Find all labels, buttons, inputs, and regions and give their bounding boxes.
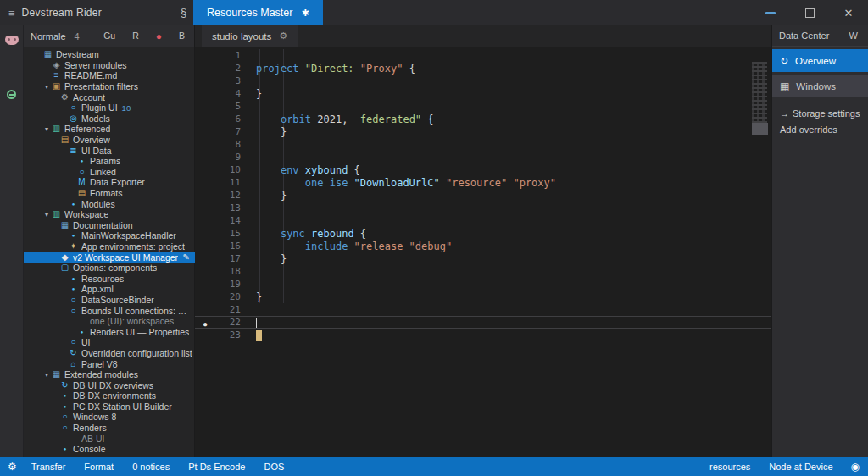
explorer-toolbar-button[interactable]: ● bbox=[153, 30, 164, 43]
tree-item[interactable]: ○DataSourceBinder bbox=[24, 295, 195, 306]
tree-item[interactable]: ↻DB UI DX overviews bbox=[24, 379, 195, 390]
chevron-down-icon[interactable]: ▾ bbox=[42, 371, 51, 379]
code-line[interactable]: 6 orbit 2021,__federated" { bbox=[195, 113, 771, 125]
status-item[interactable]: Format bbox=[75, 462, 123, 472]
code-line[interactable]: 11 one ise "DownloadUrlC" "resource" "pr… bbox=[195, 176, 771, 189]
section-icon[interactable]: § bbox=[181, 6, 186, 19]
tree-item[interactable]: ▦Documentation bbox=[24, 220, 195, 231]
tree-item[interactable]: ●Renders UI — Properties bbox=[24, 326, 195, 337]
explorer-toolbar-button[interactable]: Gu bbox=[101, 30, 118, 43]
tree-item[interactable]: ▾▥Referenced bbox=[24, 124, 195, 135]
panel-item-windows[interactable]: ▦Windows bbox=[772, 75, 868, 97]
tree-item[interactable]: ▦Devstream bbox=[24, 49, 195, 60]
panel-link[interactable]: →Storage settings bbox=[772, 104, 868, 120]
status-ok-icon[interactable] bbox=[7, 90, 16, 99]
tree-item[interactable]: ○Bounds UI connections: Windows bbox=[24, 305, 195, 316]
tab-studio-layouts[interactable]: studio layouts ⚙ bbox=[202, 25, 298, 47]
code-line[interactable]: 16 include "release "debug" bbox=[195, 240, 771, 252]
shield-icon: ◈ bbox=[51, 61, 62, 69]
panel-item-overview[interactable]: ↻Overview bbox=[772, 49, 868, 72]
code-line[interactable]: 12 } bbox=[195, 189, 771, 202]
tree-item[interactable]: ●App.xml bbox=[24, 284, 195, 295]
code-line[interactable]: 3 bbox=[195, 75, 771, 87]
breakpoint-dot[interactable] bbox=[195, 317, 215, 329]
notification-icon[interactable]: ◉ bbox=[851, 461, 860, 473]
tree-item[interactable]: ▤Formats bbox=[24, 188, 195, 199]
code-line[interactable]: 10 env xybound { bbox=[195, 163, 771, 176]
tree-item[interactable]: ○Windows 8 bbox=[24, 412, 195, 423]
code-line[interactable]: 13 bbox=[195, 202, 771, 214]
code-line[interactable]: 5 bbox=[195, 100, 771, 113]
code-line[interactable]: 2project "Direct: "Proxy" { bbox=[195, 62, 771, 75]
tab-resources-master[interactable]: Resources Master ✱ bbox=[193, 0, 323, 25]
code-line[interactable]: 21 bbox=[195, 303, 771, 316]
code-line[interactable]: 18 bbox=[195, 265, 771, 278]
code-line[interactable]: 15 sync rebound { bbox=[195, 227, 771, 240]
tree-item[interactable]: ▾▣Presentation filters bbox=[24, 81, 195, 92]
tree-item[interactable]: ▾▦Extended modules bbox=[24, 369, 195, 380]
gear-icon[interactable]: ⚙ bbox=[279, 30, 287, 42]
tree-item[interactable]: ↻Overridden configuration list bbox=[24, 348, 195, 359]
code-line[interactable]: 23 bbox=[195, 329, 771, 341]
tree-item[interactable]: MData Exporter bbox=[24, 177, 195, 188]
maximize-button[interactable] bbox=[790, 0, 829, 25]
tree-item[interactable]: one (UI): workspaces bbox=[24, 316, 195, 327]
chevron-down-icon[interactable]: ▾ bbox=[42, 211, 51, 219]
tree-item[interactable]: ●Params bbox=[24, 156, 195, 167]
tree-item[interactable]: ▾▥Workspace bbox=[24, 209, 195, 220]
tree-item[interactable]: ≡README.md bbox=[24, 70, 195, 81]
tree-item[interactable]: ●Modules bbox=[24, 198, 195, 209]
controller-icon[interactable] bbox=[5, 36, 19, 45]
code-line[interactable]: 1 bbox=[195, 49, 771, 62]
minimap[interactable] bbox=[752, 50, 769, 160]
tree-item[interactable]: ○Plugin UI10 bbox=[24, 102, 195, 113]
gear-icon: ⚙ bbox=[59, 93, 70, 102]
code-line[interactable]: 4} bbox=[195, 87, 771, 100]
panel-link[interactable]: Add overrides bbox=[772, 120, 868, 136]
tree-item[interactable]: ●MainWorkspaceHandler bbox=[24, 230, 195, 241]
minimap-scrollbar-thumb[interactable] bbox=[752, 123, 768, 135]
status-item[interactable]: Node at Device bbox=[760, 462, 842, 472]
status-item[interactable]: Pt Ds Encode bbox=[179, 462, 254, 472]
status-item[interactable]: resources bbox=[700, 462, 760, 472]
code-editor[interactable]: 12project "Direct: "Proxy" {34}56 orbit … bbox=[195, 47, 771, 457]
status-item[interactable]: DOS bbox=[254, 462, 293, 472]
tree-item[interactable]: ●DB DX environments bbox=[24, 390, 195, 401]
code-line[interactable]: 22 bbox=[195, 316, 771, 329]
code-line[interactable]: 7 } bbox=[195, 125, 771, 138]
tree-item[interactable]: ⚙Account bbox=[24, 91, 195, 102]
tree-item[interactable]: ◆v2 Workspace UI Manager✎ bbox=[24, 252, 195, 263]
panel-action-button[interactable]: W bbox=[846, 30, 861, 41]
code-line[interactable]: 14 bbox=[195, 214, 771, 227]
code-line[interactable]: 17 } bbox=[195, 252, 771, 265]
explorer-toolbar-button[interactable]: B bbox=[176, 30, 187, 43]
gear-status-icon[interactable]: ⚙ bbox=[8, 461, 17, 473]
code-line[interactable]: 19 bbox=[195, 278, 771, 291]
tree-item[interactable]: ●PC DX Station UI Builder bbox=[24, 401, 195, 412]
minimize-button[interactable] bbox=[751, 0, 790, 25]
tree-item[interactable]: ○Linked bbox=[24, 167, 195, 178]
tree-item[interactable]: ○UI bbox=[24, 337, 195, 348]
tree-item[interactable]: ◎Models bbox=[24, 113, 195, 125]
tree-item[interactable]: ●Resources bbox=[24, 273, 195, 284]
close-button[interactable]: ✕ bbox=[829, 0, 868, 25]
tree-item[interactable]: ≣UI Data bbox=[24, 145, 195, 156]
status-item[interactable]: 0 notices bbox=[123, 462, 179, 472]
tree-item[interactable]: ◈Server modules bbox=[24, 60, 195, 71]
line-number: 2 bbox=[215, 63, 241, 74]
code-line[interactable]: 8 bbox=[195, 138, 771, 151]
tree-item[interactable]: AB UI bbox=[24, 433, 195, 444]
code-line[interactable]: 20} bbox=[195, 291, 771, 303]
chevron-down-icon[interactable]: ▾ bbox=[42, 125, 51, 133]
chevron-down-icon[interactable]: ▾ bbox=[42, 83, 51, 91]
status-item[interactable]: Transfer bbox=[22, 462, 75, 472]
pencil-icon[interactable]: ✎ bbox=[183, 252, 190, 262]
explorer-toolbar-button[interactable]: R bbox=[130, 30, 142, 43]
tree-item[interactable]: ○Renders bbox=[24, 423, 195, 434]
tree-item[interactable]: ▢Options: components bbox=[24, 263, 195, 274]
tree-item[interactable]: ●Console bbox=[24, 444, 195, 455]
tree-item[interactable]: ✦App environments: project bbox=[24, 241, 195, 252]
tree-item[interactable]: ▤Overview bbox=[24, 135, 195, 146]
code-line[interactable]: 9 bbox=[195, 151, 771, 163]
tree-item[interactable]: ⌂Panel V8 bbox=[24, 358, 195, 369]
